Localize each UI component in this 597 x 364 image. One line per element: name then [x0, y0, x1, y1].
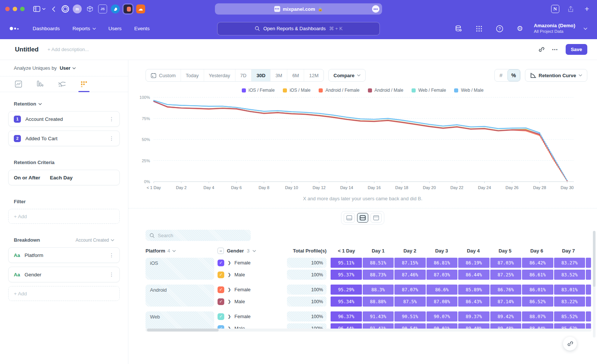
retention-criteria-card[interactable]: On or After Each Day — [8, 170, 120, 185]
retention-cell[interactable]: 87.14% — [490, 296, 522, 307]
breakdown-platform[interactable]: Aa Platform ⋮ — [8, 247, 120, 263]
retention-cell[interactable]: 87.03% — [426, 270, 458, 280]
platform-cell[interactable]: iOS — [146, 258, 214, 280]
retention-cell[interactable]: 90.01% — [426, 323, 458, 329]
retention-chart[interactable]: 0%25%50%75%100%< 1 DayDay 2Day 4Day 6Day… — [134, 94, 593, 194]
vertical-scrollbar[interactable] — [593, 231, 596, 338]
series-checkbox[interactable]: ✓ — [218, 272, 224, 278]
platform-column-header[interactable]: Platform 4 — [146, 248, 214, 254]
breakdown-event-select[interactable]: Account Created — [76, 238, 114, 243]
unit-absolute-toggle[interactable]: # — [495, 69, 507, 81]
retention-section-header[interactable]: Retention — [14, 101, 114, 107]
retention-cell[interactable]: 85.62% — [554, 323, 585, 329]
legend-item[interactable]: Web / Female — [412, 88, 446, 93]
retention-cell[interactable]: 88.3% — [363, 285, 394, 295]
retention-cell[interactable]: 86.43% — [458, 296, 490, 307]
retention-cell[interactable]: 90.54% — [394, 323, 426, 329]
series-checkbox[interactable]: ✓ — [218, 260, 224, 266]
expand-chevron-icon[interactable]: ❯ — [228, 287, 231, 292]
step-options-kebab-icon[interactable]: ⋮ — [109, 135, 114, 141]
retention-cell[interactable]: 90.51% — [394, 311, 426, 321]
platform-cell[interactable]: Web — [146, 311, 214, 329]
day-column-header[interactable]: Day 4 — [457, 248, 489, 254]
retention-cell[interactable]: 89.42% — [490, 311, 522, 321]
tab-chevron-icon[interactable] — [42, 8, 46, 10]
range-yesterday[interactable]: Yesterday — [204, 69, 235, 81]
day-column-header[interactable]: Day 7 — [553, 248, 584, 254]
retention-cell[interactable]: 87.25% — [490, 270, 522, 280]
soundcloud-extension-icon[interactable]: ☁ — [136, 4, 145, 13]
day-column-header[interactable]: Day 2 — [394, 248, 426, 254]
unit-percent-toggle[interactable]: % — [507, 69, 520, 81]
range-7d[interactable]: 7D — [235, 69, 252, 81]
retention-cell[interactable]: 88.88% — [363, 296, 394, 307]
retention-cell[interactable]: 96.37% — [331, 311, 362, 321]
tab-retention[interactable] — [81, 76, 87, 92]
range-custom[interactable]: Custom — [146, 69, 181, 81]
retention-cell[interactable]: 90.07% — [426, 311, 458, 321]
day-column-header[interactable]: Day 3 — [426, 248, 457, 254]
nav-item-reports[interactable]: Reports — [72, 26, 96, 31]
url-bar[interactable]: ••• mixpanel.com 🔒 ••• — [215, 3, 382, 15]
breakdown-options-kebab-icon[interactable]: ⋮ — [109, 252, 114, 258]
new-tab-button[interactable]: + — [585, 4, 589, 13]
criteria-mode[interactable]: On or After — [14, 175, 40, 181]
apps-grid-icon[interactable] — [476, 25, 482, 32]
floating-share-link-button[interactable] — [563, 337, 577, 351]
sidebar-toggle-icon[interactable] — [33, 6, 40, 12]
expand-chevron-icon[interactable]: ❯ — [228, 299, 231, 304]
retention-cell[interactable]: 89.40% — [458, 323, 490, 329]
chart-type-select[interactable]: Retention Curve — [525, 69, 587, 82]
series-checkbox[interactable]: ✓ — [218, 313, 224, 320]
retention-cell[interactable]: 86.81% — [426, 258, 458, 268]
retention-cell[interactable]: 86.76% — [490, 285, 522, 295]
expand-chevron-icon[interactable]: ❯ — [228, 272, 231, 277]
global-search[interactable]: Open Reports & Dashboards ⌘ + K — [217, 22, 380, 35]
expand-chevron-icon[interactable]: ❯ — [228, 326, 231, 329]
retention-cell[interactable]: 89.48% — [490, 323, 522, 329]
retention-cell[interactable]: 83.22% — [554, 296, 585, 307]
nav-item-users[interactable]: Users — [109, 26, 122, 31]
range-12m[interactable]: 12M — [304, 69, 323, 81]
m-extension-icon[interactable]: m — [73, 4, 82, 13]
range-30d[interactable]: 30D — [251, 69, 271, 81]
retention-cell[interactable]: 83.52% — [554, 270, 585, 280]
report-title[interactable]: Untitled — [15, 46, 38, 53]
account-switcher[interactable]: Amazonia {Demo} All Project Data — [534, 23, 575, 34]
notion-extension-icon[interactable]: N — [551, 5, 559, 13]
platform-cell[interactable]: Android — [146, 285, 214, 307]
series-checkbox[interactable]: ✓ — [218, 298, 224, 305]
report-description-placeholder[interactable]: + Add description... — [47, 47, 89, 52]
cube-extension-icon[interactable] — [85, 4, 94, 13]
range-today[interactable]: Today — [181, 69, 204, 81]
retention-cell[interactable]: 86.19% — [458, 258, 490, 268]
breakdown-options-kebab-icon[interactable]: ⋮ — [109, 272, 114, 277]
legend-item[interactable]: Android / Male — [368, 88, 403, 93]
retention-cell[interactable]: 87.5% — [394, 296, 426, 307]
day-column-header[interactable]: Day 6 — [521, 248, 553, 254]
layout-split-button[interactable] — [357, 213, 368, 223]
notebook-extension-icon[interactable] — [124, 4, 132, 13]
retention-cell[interactable]: 86.61% — [522, 270, 553, 280]
retention-cell[interactable]: 95.29% — [331, 285, 362, 295]
expand-chevron-icon[interactable]: ❯ — [228, 314, 231, 319]
retention-cell[interactable]: 87.46% — [394, 270, 426, 280]
series-line-web-male[interactable] — [154, 100, 540, 133]
select-all-checkbox[interactable]: − — [218, 248, 224, 254]
add-filter-button[interactable]: + Add — [8, 209, 120, 224]
retention-cell[interactable]: 83.27% — [554, 258, 585, 268]
zoom-window-button[interactable] — [20, 7, 25, 11]
bird-extension-icon[interactable] — [111, 4, 120, 13]
data-management-icon[interactable] — [455, 25, 462, 32]
settings-gear-icon[interactable]: ⚙ — [517, 24, 523, 33]
retention-cell[interactable]: 86.01% — [522, 285, 553, 295]
total-profiles-header[interactable]: Total Profile(s) — [287, 248, 326, 254]
url-more-button[interactable]: ••• — [372, 5, 379, 13]
series-checkbox[interactable]: ✓ — [218, 325, 224, 329]
table-search-input[interactable] — [158, 233, 232, 238]
more-options-button[interactable]: ⋯ — [552, 46, 558, 53]
retention-cell[interactable]: 85.89% — [458, 285, 490, 295]
retention-cell[interactable]: 88.73% — [363, 270, 394, 280]
retention-cell[interactable]: 88.07% — [522, 311, 553, 321]
retention-cell[interactable]: 96.44% — [331, 323, 362, 329]
